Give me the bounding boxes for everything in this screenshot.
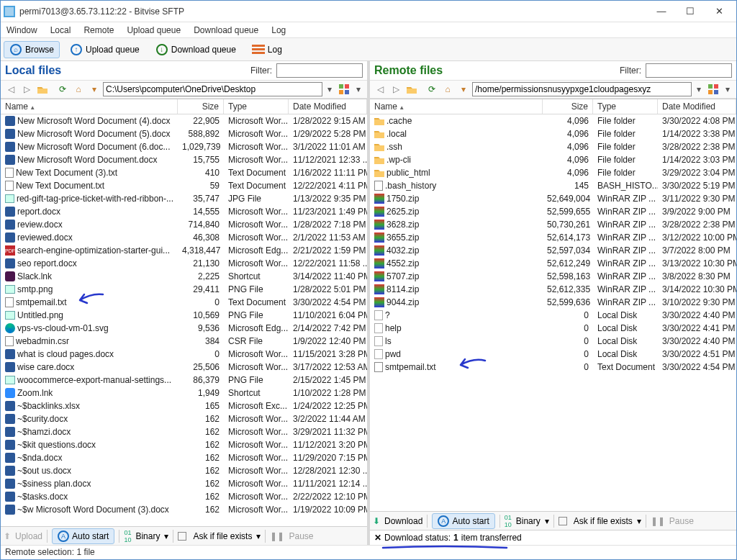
home-button[interactable]: ⌂ <box>71 82 86 96</box>
table-row[interactable]: .local4,096File folder1/14/2022 3:38 PM <box>370 127 736 140</box>
log-button[interactable]: Log <box>246 41 288 58</box>
table-row[interactable]: pwd0Local Disk3/30/2022 4:51 PM <box>370 348 736 361</box>
table-row[interactable]: 1750.zip52,649,004WinRAR ZIP ...3/11/202… <box>370 192 736 205</box>
auto-start-button[interactable]: AAuto start <box>52 528 114 544</box>
menu-local[interactable]: Local <box>50 25 71 35</box>
table-row[interactable]: .cache4,096File folder3/30/2022 4:08 PM <box>370 114 736 127</box>
view-button[interactable] <box>337 82 351 96</box>
table-row[interactable]: reviewed.docx46,308Microsoft Wor...2/1/2… <box>1 231 367 244</box>
ask-exists[interactable]: Ask if file exists <box>193 531 252 541</box>
binary-mode[interactable]: Binary <box>516 516 541 526</box>
pause-button[interactable]: Pause <box>289 531 313 541</box>
table-row[interactable]: Zoom.lnk1,949Shortcut1/10/2022 1:28 PM <box>1 387 367 399</box>
bookmark-button[interactable]: ▾ <box>456 82 471 96</box>
remote-body[interactable]: .cache4,096File folder3/30/2022 4:08 PM.… <box>370 114 736 511</box>
table-row[interactable]: PDFsearch-engine-optimization-starter-gu… <box>1 244 367 257</box>
table-row[interactable]: .ssh4,096File folder3/28/2022 2:38 PM <box>370 140 736 153</box>
remote-path[interactable]: /home/permissionsnusyypxge1cloudpagesxyz <box>472 82 692 96</box>
remote-filter-input[interactable] <box>646 63 732 78</box>
close-status-icon[interactable]: ✕ <box>374 533 381 543</box>
table-row[interactable]: 3628.zip50,730,261WinRAR ZIP ...3/28/202… <box>370 218 736 231</box>
path-dropdown[interactable]: ▾ <box>693 84 705 94</box>
table-row[interactable]: smtpemail.txt0Text Document3/30/2022 4:5… <box>370 361 736 374</box>
ask-dropdown[interactable]: ▾ <box>637 516 641 526</box>
bookmark-button[interactable]: ▾ <box>87 82 101 96</box>
close-button[interactable]: ✕ <box>705 1 733 22</box>
table-row[interactable]: .wp-cli4,096File folder1/14/2022 3:03 PM <box>370 153 736 166</box>
table-row[interactable]: 4032.zip52,597,034WinRAR ZIP ...3/7/2022… <box>370 244 736 257</box>
table-row[interactable]: ~$tasks.docx162Microsoft Wor...2/22/2022… <box>1 490 367 503</box>
local-body[interactable]: New Microsoft Word Document (4).docx22,9… <box>1 114 367 526</box>
table-row[interactable]: ~$curity.docx162Microsoft Wor...3/2/2022… <box>1 412 367 425</box>
table-row[interactable]: woocommerce-export-manual-settings...86,… <box>1 374 367 387</box>
up-button[interactable] <box>404 82 419 96</box>
table-row[interactable]: public_html4,096File folder3/29/2022 3:0… <box>370 166 736 179</box>
refresh-button[interactable]: ⟳ <box>425 82 439 96</box>
view-dropdown[interactable]: ▾ <box>722 84 733 94</box>
table-row[interactable]: New Microsoft Word Document (4).docx22,9… <box>1 114 367 127</box>
table-row[interactable]: review.docx714,840Microsoft Wor...1/28/2… <box>1 218 367 231</box>
col-type[interactable]: Type <box>224 99 289 114</box>
auto-start-button[interactable]: AAuto start <box>432 513 494 529</box>
menu-window[interactable]: Window <box>6 25 37 35</box>
download-queue-button[interactable]: ↓ Download queue <box>150 41 242 58</box>
table-row[interactable]: New Microsoft Word Document (6.doc...1,0… <box>1 140 367 153</box>
browse-button[interactable]: ⌕ Browse <box>4 41 60 58</box>
table-row[interactable]: webadmin.csr384CSR File1/9/2022 12:40 PM <box>1 335 367 348</box>
col-size[interactable]: Size <box>543 99 593 114</box>
table-row[interactable]: vps-vs-cloud-vm-01.svg9,536Microsoft Edg… <box>1 322 367 335</box>
back-button[interactable]: ◁ <box>373 82 387 96</box>
table-row[interactable]: ~$siness plan.docx162Microsoft Wor...11/… <box>1 477 367 490</box>
table-row[interactable]: report.docx14,555Microsoft Wor...11/23/2… <box>1 205 367 218</box>
menu-upload-queue[interactable]: Upload queue <box>127 25 181 35</box>
table-row[interactable]: red-gift-tag-price-ticket-with-red-ribbo… <box>1 192 367 205</box>
table-row[interactable]: .bash_history145BASH_HISTO...3/30/2022 5… <box>370 179 736 192</box>
binary-mode[interactable]: Binary <box>135 531 160 541</box>
binary-dropdown[interactable]: ▾ <box>164 531 168 541</box>
table-row[interactable]: ~$hamzi.docx162Microsoft Wor...3/29/2021… <box>1 425 367 438</box>
local-path[interactable]: C:\Users\pcomputer\OneDrive\Desktop <box>103 82 322 96</box>
ask-exists[interactable]: Ask if file exists <box>574 516 633 526</box>
path-dropdown[interactable]: ▾ <box>324 84 335 94</box>
minimize-button[interactable]: — <box>647 1 676 22</box>
local-filter-input[interactable] <box>276 63 363 78</box>
table-row[interactable]: ~$w Microsoft Word Document (3).docx162M… <box>1 503 367 516</box>
table-row[interactable]: ~$out us.docx162Microsoft Wor...12/28/20… <box>1 464 367 477</box>
table-row[interactable]: New Microsoft Word Document (5).docx588,… <box>1 127 367 140</box>
menu-log[interactable]: Log <box>271 25 286 35</box>
binary-dropdown[interactable]: ▾ <box>545 516 549 526</box>
download-button[interactable]: Download <box>384 516 422 526</box>
up-button[interactable] <box>35 82 50 96</box>
menu-download-queue[interactable]: Download queue <box>194 25 258 35</box>
col-type[interactable]: Type <box>593 99 658 114</box>
view-dropdown[interactable]: ▾ <box>353 84 364 94</box>
col-name[interactable]: Name <box>1 99 178 114</box>
table-row[interactable]: 8114.zip52,612,335WinRAR ZIP ...3/14/202… <box>370 283 736 296</box>
table-row[interactable]: 4552.zip52,612,249WinRAR ZIP ...3/13/202… <box>370 257 736 270</box>
col-date[interactable]: Date Modified <box>658 99 736 114</box>
col-name[interactable]: Name <box>370 99 543 114</box>
table-row[interactable]: help0Local Disk3/30/2022 4:41 PM <box>370 322 736 335</box>
table-row[interactable]: ls0Local Disk3/30/2022 4:40 PM <box>370 335 736 348</box>
table-row[interactable]: New Text Document (3).txt410Text Documen… <box>1 166 367 179</box>
forward-button[interactable]: ▷ <box>19 82 34 96</box>
table-row[interactable]: ~$nda.docx162Microsoft Wor...11/29/2020 … <box>1 451 367 464</box>
table-row[interactable]: 9044.zip52,599,636WinRAR ZIP ...3/10/202… <box>370 296 736 309</box>
table-row[interactable]: ~$backlinks.xlsx165Microsoft Exc...1/24/… <box>1 399 367 412</box>
menu-remote[interactable]: Remote <box>83 25 114 35</box>
table-row[interactable]: ?0Local Disk3/30/2022 4:40 PM <box>370 309 736 322</box>
table-row[interactable]: what is cloud pages.docx0Microsoft Wor..… <box>1 348 367 361</box>
home-button[interactable]: ⌂ <box>440 82 455 96</box>
table-row[interactable]: 5707.zip52,598,163WinRAR ZIP ...3/8/2022… <box>370 270 736 283</box>
table-row[interactable]: seo report.docx21,130Microsoft Wor...12/… <box>1 257 367 270</box>
table-row[interactable]: ~$kit questions.docx162Microsoft Wor...1… <box>1 438 367 451</box>
maximize-button[interactable]: ☐ <box>676 1 705 22</box>
refresh-button[interactable]: ⟳ <box>55 82 70 96</box>
table-row[interactable]: smtp.png29,411PNG File1/28/2022 5:01 PM <box>1 283 367 296</box>
view-button[interactable] <box>706 82 720 96</box>
back-button[interactable]: ◁ <box>4 82 18 96</box>
table-row[interactable]: 3655.zip52,614,173WinRAR ZIP ...3/12/202… <box>370 231 736 244</box>
table-row[interactable]: smtpemail.txt0Text Document3/30/2022 4:5… <box>1 296 367 309</box>
forward-button[interactable]: ▷ <box>389 82 403 96</box>
table-row[interactable]: 2625.zip52,599,655WinRAR ZIP ...3/9/2022… <box>370 205 736 218</box>
